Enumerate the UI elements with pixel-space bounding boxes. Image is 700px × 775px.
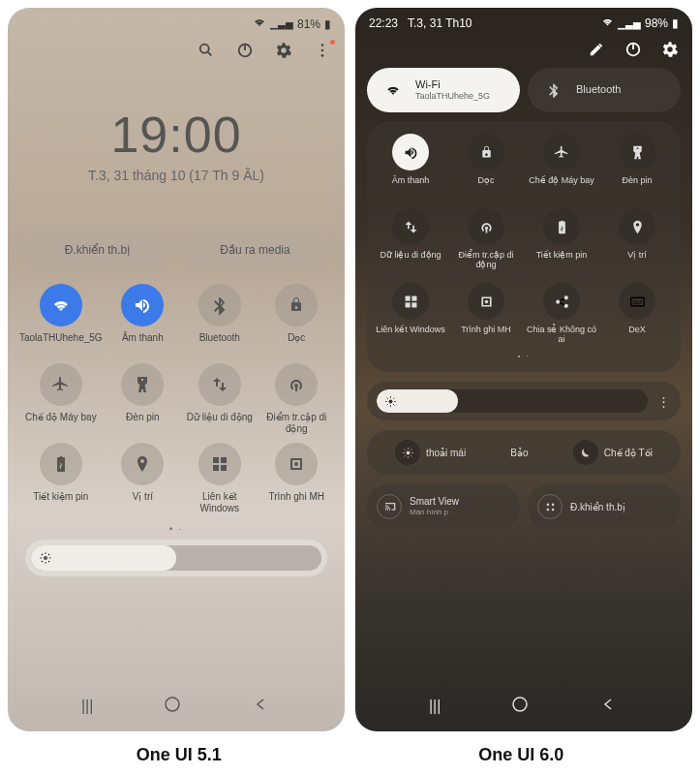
clock-time: 19:00 — [8, 106, 345, 164]
tile-label: Trình ghi MH — [461, 325, 511, 346]
tile-label: Tiết kiệm pin — [536, 250, 588, 271]
edit-icon[interactable] — [588, 41, 605, 58]
tile-batt[interactable]: Tiết kiệm pin — [526, 208, 597, 271]
dex-icon — [619, 283, 655, 320]
recents-button[interactable]: ||| — [429, 698, 441, 715]
svg-point-21 — [513, 698, 527, 711]
clock-widget: 19:00 T.3, 31 tháng 10 (17 Th 9 ÂL) — [8, 106, 345, 183]
media-output-pill[interactable]: Đầu ra media — [181, 232, 329, 268]
bluetooth-icon — [539, 76, 568, 105]
data-icon — [392, 208, 429, 245]
tile-data[interactable]: Dữ liệu di động — [183, 363, 256, 435]
gear-icon[interactable] — [661, 41, 679, 58]
tile-wifi[interactable]: TaolaTHUhehe_5G — [19, 284, 103, 356]
top-bar — [8, 36, 345, 65]
device-control-pill[interactable]: Đ.khiển th.bị — [528, 484, 681, 529]
brightness-slider[interactable] — [25, 540, 327, 576]
caption-left: One UI 5.1 — [8, 745, 350, 765]
brightness-slider[interactable]: ⋮ — [367, 382, 681, 420]
power-icon[interactable] — [624, 41, 642, 58]
modes-row: thoải mái Bảo Chế độ Tối — [367, 430, 681, 475]
phone-oneui-51: ▁▃▅ 81% ▮ 19:00 T.3, 31 tháng 10 (17 Th … — [8, 8, 345, 731]
tile-label: Đèn pin — [622, 175, 652, 197]
more-icon[interactable] — [314, 42, 331, 59]
top-bar — [355, 35, 692, 64]
moon-icon — [573, 440, 598, 465]
tile-label: Vị trí — [133, 491, 153, 514]
tile-label: Chế độ Máy bay — [529, 175, 594, 197]
tile-plane[interactable]: Chế độ Máy bay — [526, 134, 597, 197]
sound-icon — [392, 134, 429, 170]
wifi-pill[interactable]: Wi-FiTaolaTHUhehe_5G — [367, 68, 520, 112]
win-icon — [198, 443, 241, 485]
tile-label: Dữ liệu di động — [380, 250, 441, 271]
tile-batt[interactable]: Tiết kiệm pin — [19, 443, 103, 514]
wifi-icon — [253, 16, 266, 32]
status-bar: 22:23 T.3, 31 Th10 ▁▃▅ 98% ▮ — [355, 8, 692, 35]
tile-lock[interactable]: Dọc — [260, 284, 333, 356]
tile-hotspot[interactable]: Điểm tr.cập di động — [260, 363, 333, 435]
wifi-icon — [40, 284, 82, 326]
tile-hotspot[interactable]: Điểm tr.cập di động — [450, 208, 522, 271]
back-button[interactable] — [599, 695, 619, 718]
tile-data[interactable]: Dữ liệu di động — [375, 208, 446, 271]
eye-comfort-toggle[interactable]: thoải mái — [395, 440, 466, 465]
protect-toggle[interactable]: Bảo — [510, 448, 528, 458]
nav-bar: ||| — [355, 681, 692, 731]
batt-icon — [543, 208, 580, 245]
battery-icon: ▮ — [324, 17, 331, 31]
tile-share[interactable]: Chia sẻ Không có ai — [526, 283, 597, 346]
bt-icon — [198, 284, 241, 326]
tile-sound[interactable]: Âm thanh — [107, 284, 179, 356]
home-button[interactable] — [163, 695, 182, 718]
recents-button[interactable]: ||| — [81, 698, 93, 715]
nav-bar: ||| — [8, 681, 345, 731]
tile-bt[interactable]: Bluetooth — [183, 284, 256, 356]
power-icon[interactable] — [236, 42, 254, 59]
quick-tiles-grid: TaolaTHUhehe_5GÂm thanhBluetoothDọcChế đ… — [8, 274, 345, 524]
eye-icon — [395, 440, 420, 465]
tile-loc[interactable]: Vị trí — [107, 443, 179, 514]
tile-rec[interactable]: Trình ghi MH — [450, 283, 522, 346]
page-indicator: • · — [8, 524, 345, 534]
tile-label: Liên kết Windows — [183, 491, 256, 514]
flash-icon — [619, 134, 655, 170]
loc-icon — [619, 208, 655, 245]
svg-point-20 — [166, 698, 179, 711]
sound-icon — [121, 284, 164, 326]
device-control-pill[interactable]: Đ.khiển th.bị — [23, 232, 171, 268]
tile-plane[interactable]: Chế độ Máy bay — [19, 363, 103, 435]
tile-lock[interactable]: Dọc — [450, 134, 522, 197]
captions: One UI 5.1 One UI 6.0 — [0, 739, 700, 775]
bluetooth-pill[interactable]: Bluetooth — [528, 68, 681, 112]
battery-percent: 98% — [645, 16, 668, 30]
tile-loc[interactable]: Vị trí — [601, 208, 673, 271]
tile-win[interactable]: Liên kết Windows — [375, 283, 446, 346]
gear-icon[interactable] — [275, 42, 292, 59]
tile-label: Điểm tr.cập di động — [450, 250, 522, 271]
battery-icon: ▮ — [672, 16, 679, 30]
signal-icon: ▁▃▅ — [270, 18, 293, 29]
smart-view-pill[interactable]: Smart ViewMàn hình p — [367, 484, 520, 529]
caption-right: One UI 6.0 — [350, 745, 693, 765]
tile-rec[interactable]: Trình ghi MH — [260, 443, 333, 514]
quick-tiles-card: Âm thanhDọcChế độ Máy bayĐèn pinDữ liệu … — [367, 122, 681, 372]
status-time: 22:23 — [369, 16, 398, 30]
share-icon — [543, 283, 580, 320]
tile-label: Âm thanh — [392, 175, 430, 197]
dark-mode-toggle[interactable]: Chế độ Tối — [573, 440, 653, 465]
signal-icon: ▁▃▅ — [618, 18, 641, 29]
tile-dex[interactable]: DeX — [601, 283, 673, 346]
tile-flash[interactable]: Đèn pin — [601, 134, 673, 197]
tile-label: Vị trí — [627, 250, 647, 271]
tile-win[interactable]: Liên kết Windows — [183, 443, 256, 514]
tile-label: Điểm tr.cập di động — [260, 412, 333, 435]
tile-sound[interactable]: Âm thanh — [375, 134, 446, 197]
search-icon[interactable] — [198, 42, 215, 59]
brightness-more-icon[interactable]: ⋮ — [655, 394, 671, 409]
back-button[interactable] — [252, 695, 271, 718]
home-button[interactable] — [510, 695, 530, 718]
status-date: T.3, 31 Th10 — [408, 16, 472, 30]
lock-icon — [275, 284, 318, 326]
tile-flash[interactable]: Đèn pin — [107, 363, 179, 435]
